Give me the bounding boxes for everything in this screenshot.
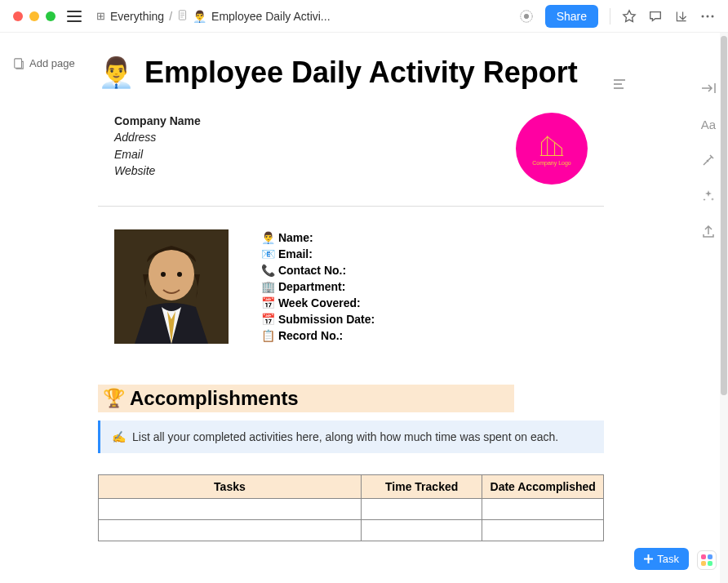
tasks-table[interactable]: Tasks Time Tracked Date Accomplished (98, 474, 604, 541)
comment-icon[interactable] (648, 9, 663, 24)
new-task-button[interactable]: Task (634, 548, 689, 570)
share-button[interactable]: Share (545, 5, 598, 28)
export-icon[interactable] (700, 224, 717, 240)
svg-point-12 (161, 272, 166, 277)
target-icon[interactable] (519, 9, 534, 24)
writing-icon: ✍️ (112, 430, 126, 443)
field-record: 📋 Record No.: (261, 327, 375, 344)
window-controls (13, 11, 55, 21)
breadcrumb-separator: / (169, 10, 172, 23)
collapse-icon[interactable] (700, 80, 717, 96)
company-website: Website (114, 162, 201, 179)
download-icon[interactable] (674, 9, 689, 24)
field-week: 📅 Week Covered: (261, 295, 375, 311)
apps-button[interactable] (697, 550, 717, 570)
employee-fields[interactable]: 👨‍💼 Name: 📧 Email: 📞 Contact No.: 🏢 Depa… (261, 229, 375, 344)
divider (98, 206, 604, 207)
accomplishments-heading[interactable]: 🏆 Accomplishments (98, 385, 514, 412)
page-title-text: Employee Daily Activity Report (144, 56, 578, 90)
sparkle-icon[interactable] (700, 188, 717, 204)
page-emoji[interactable]: 👨‍💼 (98, 56, 135, 90)
table-header-row: Tasks Time Tracked Date Accomplished (99, 475, 604, 499)
svg-rect-9 (15, 58, 22, 67)
scrollbar[interactable] (720, 33, 728, 583)
svg-point-5 (524, 14, 528, 18)
titlebar: ⊞ Everything / 👨‍💼 Employee Daily Activi… (0, 0, 728, 33)
accomplishments-title: Accomplishments (130, 387, 299, 410)
field-submission: 📅 Submission Date: (261, 311, 375, 327)
svg-point-13 (177, 272, 182, 277)
plus-icon (644, 554, 653, 563)
accomplishments-callout[interactable]: ✍️ List all your completed activities he… (98, 421, 604, 453)
breadcrumb-current[interactable]: Employee Daily Activi... (211, 10, 331, 23)
svg-point-6 (702, 15, 704, 17)
company-logo[interactable]: Company Logo (516, 113, 588, 185)
scrollbar-thumb[interactable] (721, 36, 727, 395)
field-email: 📧 Email: (261, 246, 375, 262)
company-name: Company Name (114, 113, 201, 129)
breadcrumb: ⊞ Everything / 👨‍💼 Employee Daily Activi… (96, 10, 519, 23)
svg-point-8 (712, 15, 714, 17)
company-section: Company Name Address Email Website Compa… (98, 113, 604, 201)
more-icon[interactable] (700, 9, 715, 24)
sidebar-toggle-icon[interactable] (67, 11, 82, 22)
star-icon[interactable] (622, 9, 637, 24)
field-name: 👨‍💼 Name: (261, 229, 375, 246)
table-row[interactable] (99, 499, 604, 520)
divider (610, 8, 610, 24)
breadcrumb-root[interactable]: Everything (110, 10, 164, 23)
trophy-icon: 🏆 (103, 388, 125, 409)
add-page-label: Add page (29, 57, 75, 69)
employee-section: 👨‍💼 Name: 📧 Email: 📞 Contact No.: 🏢 Depa… (98, 229, 604, 344)
font-icon[interactable]: Aa (700, 116, 717, 132)
field-department: 🏢 Department: (261, 278, 375, 295)
maximize-window-button[interactable] (46, 11, 55, 21)
document-icon (177, 10, 188, 23)
company-info-block[interactable]: Company Name Address Email Website (114, 113, 201, 179)
building-icon (537, 132, 566, 158)
col-tasks: Tasks (99, 475, 362, 499)
add-page-icon (13, 58, 24, 69)
breadcrumb-emoji: 👨‍💼 (193, 10, 206, 23)
accomplishments-note-text: List all your completed activities here,… (132, 430, 558, 443)
task-button-label: Task (657, 553, 679, 565)
col-date: Date Accomplished (482, 475, 604, 499)
toc-icon[interactable] (614, 78, 627, 93)
left-sidebar: Add page (0, 33, 90, 583)
header-actions: Share (519, 5, 715, 28)
add-page-button[interactable]: Add page (13, 57, 90, 69)
company-email: Email (114, 146, 201, 162)
grid-icon: ⊞ (96, 10, 105, 22)
page-title[interactable]: 👨‍💼 Employee Daily Activity Report (98, 56, 604, 90)
table-row[interactable] (99, 520, 604, 541)
document-content[interactable]: 👨‍💼 Employee Daily Activity Report Compa… (90, 33, 689, 583)
minimize-window-button[interactable] (29, 11, 39, 21)
employee-photo[interactable] (114, 229, 229, 344)
col-time: Time Tracked (361, 475, 482, 499)
magic-wand-icon[interactable] (700, 152, 717, 168)
field-contact: 📞 Contact No.: (261, 262, 375, 278)
close-window-button[interactable] (13, 11, 23, 21)
logo-text: Company Logo (532, 160, 570, 166)
svg-point-7 (707, 15, 709, 17)
company-address: Address (114, 129, 201, 145)
